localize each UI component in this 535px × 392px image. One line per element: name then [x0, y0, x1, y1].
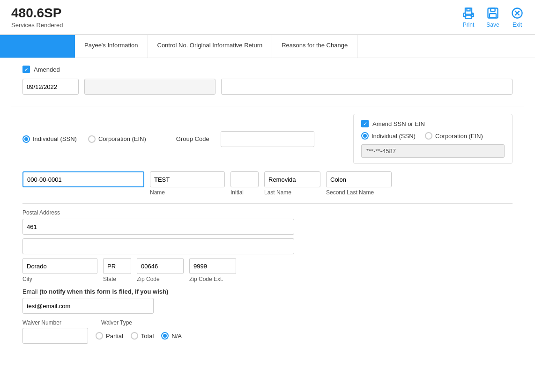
waiver-partial-radio[interactable]: Partial [96, 332, 123, 340]
state-input[interactable] [103, 258, 131, 274]
corporation-ein-label: Corporation (EIN) [98, 135, 146, 142]
amend-title: Amend SSN or EIN [372, 120, 425, 127]
corporation-ein-radio[interactable]: Corporation (EIN) [88, 135, 146, 143]
initial-label: Initial [230, 189, 259, 196]
amend-corporation-radio[interactable]: Corporation (EIN) [425, 132, 483, 140]
amend-ssn-panel: Amend SSN or EIN Individual (SSN) Corpor… [353, 114, 513, 164]
amended-section: Amended [11, 58, 524, 106]
email-note: (to notify when this form is filed, if y… [39, 288, 168, 295]
waiver-na-radio-btn[interactable] [161, 332, 169, 340]
address1-input[interactable] [22, 219, 294, 235]
last-name-field-group [264, 171, 320, 187]
waiver-na-label: N/A [171, 333, 182, 340]
form-subtitle: Services Rendered [11, 22, 63, 29]
waiver-na-radio[interactable]: N/A [161, 332, 182, 340]
email-static: Email [22, 288, 38, 295]
amended-row: Amended [22, 66, 513, 73]
second-last-name-field-group [326, 171, 392, 187]
email-label-text: Email (to notify when this form is filed… [22, 288, 513, 295]
ssn-display: ***-**-4587 [361, 144, 505, 158]
svg-rect-5 [490, 14, 496, 17]
control-no-field[interactable] [84, 79, 215, 95]
city-state-row [22, 258, 513, 274]
email-input[interactable] [22, 298, 154, 314]
amend-radio-row: Individual (SSN) Corporation (EIN) [361, 132, 505, 140]
zip-field-group [137, 258, 184, 274]
amend-corporation-radio-btn[interactable] [425, 132, 432, 140]
individual-ssn-radio-button[interactable] [22, 135, 30, 143]
svg-rect-1 [467, 8, 470, 11]
state-field-group [103, 258, 131, 274]
radio-group-row: Individual (SSN) Corporation (EIN) Group… [22, 114, 513, 164]
city-field-group [22, 258, 97, 274]
amended-label: Amended [34, 66, 60, 73]
amended-checkbox[interactable] [22, 66, 30, 73]
print-icon [462, 7, 475, 20]
amend-panel-box: Amend SSN or EIN Individual (SSN) Corpor… [353, 114, 513, 164]
waiver-inputs-row: Partial Total N/A [22, 328, 513, 344]
ssn-field-group [22, 171, 144, 187]
print-label: Print [463, 22, 475, 28]
initial-input[interactable] [230, 171, 259, 187]
zip-ext-label: Zip Code Ext. [189, 276, 236, 282]
amend-title-row: Amend SSN or EIN [361, 120, 505, 127]
zip-label: Zip Code [137, 276, 184, 282]
tab-bar: Payee's Information Control No. Original… [0, 35, 535, 58]
second-last-name-label: Second Last Name [326, 189, 392, 196]
ssn-name-row [22, 171, 513, 187]
header-toolbar: Print Save Exit [462, 7, 524, 28]
date-control-row [22, 79, 513, 95]
section-divider-2 [22, 203, 513, 204]
form-title: 480.6SP [11, 6, 63, 21]
amend-individual-radio[interactable]: Individual (SSN) [361, 132, 416, 140]
zip-input[interactable] [137, 258, 184, 274]
header: 480.6SP Services Rendered Print Save [0, 0, 535, 35]
second-last-name-input[interactable] [326, 171, 392, 187]
ssn-ein-section: Individual (SSN) Corporation (EIN) Group… [11, 106, 524, 348]
waiver-number-label: Waiver Number [22, 319, 88, 326]
save-icon [486, 7, 499, 20]
name-input[interactable] [150, 171, 225, 187]
svg-rect-4 [490, 8, 495, 11]
individual-ssn-radio[interactable]: Individual (SSN) [22, 135, 77, 143]
waiver-total-radio-btn[interactable] [131, 332, 138, 340]
city-input[interactable] [22, 258, 97, 274]
last-name-label: Last Name [264, 189, 320, 196]
ssn-input[interactable] [22, 171, 144, 187]
name-label: Name [150, 189, 225, 196]
group-code-input[interactable] [221, 131, 314, 147]
zip-ext-field-group [189, 258, 236, 274]
waiver-section: Waiver Number Waiver Type Partial Total [22, 319, 513, 344]
amend-corporation-label: Corporation (EIN) [435, 133, 483, 140]
print-button[interactable]: Print [462, 7, 475, 28]
svg-point-2 [471, 14, 472, 15]
save-label: Save [486, 22, 499, 28]
main-form: Amended Individual (SSN) Corporation (EI… [0, 58, 535, 359]
amend-checkbox[interactable] [361, 120, 369, 127]
tab-active-indicator [0, 35, 75, 58]
group-code-label: Group Code [176, 135, 209, 142]
waiver-total-label: Total [141, 333, 154, 340]
individual-ssn-label: Individual (SSN) [33, 135, 77, 142]
waiver-number-input[interactable] [22, 328, 88, 344]
header-left: 480.6SP Services Rendered [11, 6, 63, 29]
exit-icon [511, 7, 524, 20]
waiver-total-radio[interactable]: Total [131, 332, 154, 340]
tab-payee-info[interactable]: Payee's Information [75, 35, 148, 58]
last-name-input[interactable] [264, 171, 320, 187]
waiver-partial-label: Partial [106, 333, 123, 340]
tab-control-no[interactable]: Control No. Original Informative Return [148, 35, 273, 58]
email-section: Email (to notify when this form is filed… [22, 288, 513, 314]
tab-reasons[interactable]: Reasons for the Change [272, 35, 357, 58]
exit-label: Exit [513, 22, 522, 28]
reasons-field[interactable] [221, 79, 513, 95]
waiver-partial-radio-btn[interactable] [96, 332, 103, 340]
save-button[interactable]: Save [486, 7, 499, 28]
date-field[interactable] [22, 79, 79, 95]
exit-button[interactable]: Exit [511, 7, 524, 28]
address2-input[interactable] [22, 238, 294, 254]
amend-individual-radio-btn[interactable] [361, 132, 369, 140]
corporation-ein-radio-button[interactable] [88, 135, 96, 143]
name-field-group [150, 171, 225, 187]
zip-ext-input[interactable] [189, 258, 236, 274]
